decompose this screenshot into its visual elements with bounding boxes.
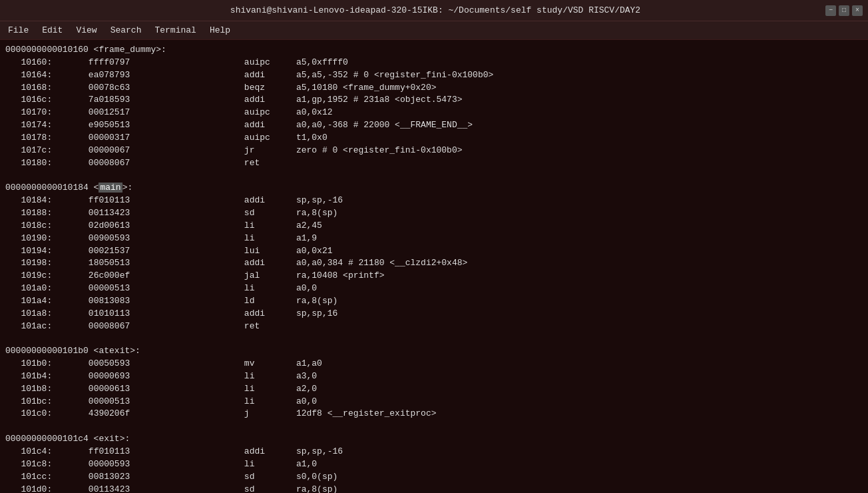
menu-item-file[interactable]: File bbox=[3, 24, 34, 37]
blank-line bbox=[5, 332, 863, 345]
code-line: 101ac: 00008067 ret bbox=[5, 320, 863, 333]
code-line: 101c8: 00000593 li a1,0 bbox=[5, 458, 863, 471]
code-line: 101a8: 01010113 addi sp,sp,16 bbox=[5, 308, 863, 320]
terminal[interactable]: 0000000000010160 <frame_dummy>: 10160: f… bbox=[0, 40, 868, 493]
menu-item-edit[interactable]: Edit bbox=[37, 24, 68, 37]
section-header: 0000000000010160 <frame_dummy>: bbox=[5, 44, 863, 57]
menu-item-search[interactable]: Search bbox=[105, 24, 147, 37]
code-line: 10160: ffff0797 auipc a5,0xffff0 bbox=[5, 57, 863, 69]
code-line: 10180: 00008067 ret bbox=[5, 157, 863, 170]
minimize-button[interactable]: − bbox=[825, 5, 836, 16]
code-line: 101a4: 00813083 ld ra,8(sp) bbox=[5, 295, 863, 308]
menu-item-terminal[interactable]: Terminal bbox=[149, 24, 201, 37]
code-line: 10188: 00113423 sd ra,8(sp) bbox=[5, 207, 863, 220]
code-line: 10178: 00000317 auipc t1,0x0 bbox=[5, 132, 863, 145]
blank-line bbox=[5, 420, 863, 433]
code-line: 101c4: ff010113 addi sp,sp,-16 bbox=[5, 446, 863, 458]
blank-line bbox=[5, 169, 863, 182]
code-line: 101cc: 00813023 sd s0,0(sp) bbox=[5, 471, 863, 484]
window-title: shivani@shivani-Lenovo-ideapad-320-15IKB… bbox=[45, 5, 825, 15]
title-bar: shivani@shivani-Lenovo-ideapad-320-15IKB… bbox=[0, 0, 868, 21]
code-line: 101c0: 4390206f j 12df8 <__register_exit… bbox=[5, 408, 863, 420]
section-header: 00000000000101b0 <atexit>: bbox=[5, 345, 863, 358]
code-line: 1016c: 7a018593 addi a1,gp,1952 # 231a8 … bbox=[5, 94, 863, 107]
code-line: 101d0: 00113423 sd ra,8(sp) bbox=[5, 484, 863, 493]
section-header-main: 0000000000010184 <main>: bbox=[5, 182, 863, 195]
code-line: 1019c: 26c000ef jal ra,10408 <printf> bbox=[5, 270, 863, 282]
code-line: 10198: 18050513 addi a0,a0,384 # 21180 <… bbox=[5, 257, 863, 270]
code-line: 10170: 00012517 auipc a0,0x12 bbox=[5, 107, 863, 119]
section-header: 00000000000101c4 <exit>: bbox=[5, 433, 863, 446]
menu-item-view[interactable]: View bbox=[71, 24, 102, 37]
code-line: 1017c: 00000067 jr zero # 0 <register_fi… bbox=[5, 145, 863, 157]
code-line: 101b8: 00000613 li a2,0 bbox=[5, 383, 863, 396]
code-line: 10184: ff010113 addi sp,sp,-16 bbox=[5, 195, 863, 207]
maximize-button[interactable]: □ bbox=[839, 5, 849, 16]
code-line: 1018c: 02d00613 li a2,45 bbox=[5, 220, 863, 233]
code-line: 10168: 00078c63 beqz a5,10180 <frame_dum… bbox=[5, 82, 863, 95]
close-button[interactable]: × bbox=[852, 5, 863, 16]
code-line: 10174: e9050513 addi a0,a0,-368 # 22000 … bbox=[5, 119, 863, 132]
code-line: 10190: 00900593 li a1,9 bbox=[5, 233, 863, 245]
code-line: 10164: ea078793 addi a5,a5,-352 # 0 <reg… bbox=[5, 69, 863, 82]
code-line: 101bc: 00000513 li a0,0 bbox=[5, 396, 863, 408]
code-line: 101b4: 00000693 li a3,0 bbox=[5, 370, 863, 383]
code-line: 101a0: 00000513 li a0,0 bbox=[5, 282, 863, 295]
code-line: 101b0: 00050593 mv a1,a0 bbox=[5, 358, 863, 370]
menu-bar: FileEditViewSearchTerminalHelp bbox=[0, 21, 868, 40]
menu-item-help[interactable]: Help bbox=[204, 24, 236, 37]
code-line: 10194: 00021537 lui a0,0x21 bbox=[5, 245, 863, 258]
window-controls[interactable]: − □ × bbox=[825, 5, 863, 16]
